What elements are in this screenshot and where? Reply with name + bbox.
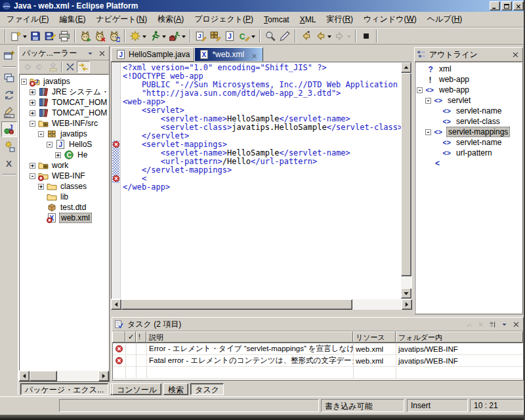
menu-item[interactable]: ナビゲート(N) [91,12,152,26]
column-header[interactable] [112,331,125,343]
tree-item[interactable]: <>url-pattern [415,148,522,158]
tree-item[interactable]: -WEB-INF [20,171,108,181]
tree-item[interactable]: +work [20,160,108,171]
close-view-button[interactable] [96,49,107,58]
search-button[interactable] [263,29,278,43]
dropdown-arrow-icon[interactable] [251,35,255,40]
back-button[interactable] [313,29,333,43]
maximize-button[interactable] [501,1,512,10]
new-class-wizard-button[interactable]: C [237,29,257,43]
error-marker-icon[interactable] [112,140,120,148]
collapse-all-button[interactable] [64,61,77,73]
scroll-thumb[interactable] [30,371,57,381]
tree-item[interactable]: -Jjavatips [20,76,108,87]
close-button[interactable] [513,1,524,10]
menu-item[interactable]: Tomcat [259,14,295,26]
nav-up-button[interactable] [47,61,60,73]
title-bar[interactable]: Java - web.xml - Eclipse Platform [0,0,525,12]
expander-minus-icon[interactable]: - [30,173,35,179]
tree-item[interactable]: +classes [20,181,108,192]
dropdown-arrow-icon[interactable] [162,35,166,40]
dropdown-arrow-icon[interactable] [347,35,351,40]
print-button[interactable] [57,29,72,43]
tree-item[interactable]: < [415,158,522,169]
column-header[interactable]: ✓ [125,331,136,343]
package-explorer-hscrollbar[interactable] [19,371,109,381]
expander-plus-icon[interactable]: + [30,110,35,116]
new-web-wizard-button[interactable] [208,29,222,43]
tree-item[interactable]: -javatips [20,129,108,139]
xml-perspective-button[interactable]: X [1,156,17,171]
menu-item[interactable]: 編集(E) [54,12,91,26]
code-line[interactable]: </servlet-mappings> [123,166,401,175]
delete-completed-button[interactable] [475,320,486,329]
minimize-button[interactable] [490,1,500,10]
tab-hellosample-java[interactable]: J HelloSample.java [111,47,194,62]
tree-item[interactable]: +TOMCAT_HOM [20,97,108,108]
forward-button[interactable] [333,29,352,43]
editor-hscrollbar[interactable] [111,299,412,310]
scroll-right-button[interactable] [402,299,412,310]
last-edit-button[interactable]: * [299,29,313,43]
close-view-button[interactable] [510,50,520,59]
tree-item[interactable]: -<>web-app [415,85,522,95]
dropdown-arrow-icon[interactable] [327,35,331,40]
scroll-track[interactable] [401,73,411,288]
scroll-thumb[interactable] [121,299,352,310]
expander-plus-icon[interactable]: + [30,163,35,169]
dropdown-arrow-icon[interactable] [182,35,186,40]
dropdown-arrow-icon[interactable] [142,35,146,40]
scroll-right-button[interactable] [98,371,109,381]
save-as-button[interactable] [43,29,57,43]
new-java-project-button[interactable]: J [194,29,208,43]
edit-perspective-button[interactable]: EDIT [1,104,17,120]
column-header[interactable]: フォルダー内 [396,331,523,343]
save-button[interactable] [28,29,43,43]
menu-item[interactable]: 実行(R) [321,12,358,26]
expander-minus-icon[interactable]: - [417,87,423,93]
tree-item[interactable]: Xweb.xml [20,213,108,223]
expander-minus-icon[interactable]: - [38,131,44,137]
tab-web-xml[interactable]: X *web.xml [194,47,263,62]
menu-item[interactable]: 検索(A) [152,12,189,26]
fast-view-button[interactable]: コンソール [112,383,161,395]
xml-source-editor[interactable]: <?xml version="1.0" encoding="Shift_JIS"… [121,62,401,299]
nav-back-button[interactable] [20,61,33,73]
task-row[interactable]: Fatal error - エレメントのコンテンツは、整形式の文字データまたはマ… [113,355,522,367]
stop-button[interactable] [359,29,373,43]
scroll-track[interactable] [121,299,402,310]
tree-item[interactable]: <>servlet-name [415,137,522,148]
new-wizard-button[interactable] [9,29,28,43]
new-java-file-button[interactable]: J [222,29,237,43]
expander-minus-icon[interactable]: - [425,98,431,104]
view-menu-button[interactable] [85,49,95,58]
tree-item[interactable]: !web-app [415,74,522,85]
scroll-track[interactable] [30,371,98,381]
debug-perspective-button[interactable] [1,138,17,154]
menu-item[interactable]: XML [295,14,322,26]
run-button[interactable] [148,29,167,43]
column-header[interactable]: リソース [353,331,396,343]
expander-minus-icon[interactable]: - [21,79,27,85]
fast-view-button[interactable]: タスク [190,383,224,395]
refresh-perspective-button[interactable] [1,87,17,103]
menu-item[interactable]: ウィンドウ(W) [358,12,422,26]
open-perspective-button[interactable] [1,48,17,64]
expander-minus-icon[interactable]: - [47,142,52,148]
tree-item[interactable]: <>servlet-class [415,116,522,127]
task-row[interactable]: Error - エレメント・タイプ “servlet-mappings” を宣言… [113,343,522,355]
view-menu-button[interactable] [499,320,509,329]
annotation-ruler[interactable] [112,62,121,299]
code-line[interactable]: </web-app> [123,183,401,192]
tomcat-stop-button[interactable] [93,29,107,43]
expander-plus-icon[interactable]: + [38,184,44,190]
tree-item[interactable]: <>servlet-name [415,106,522,116]
goto-task-button[interactable] [487,320,497,329]
menu-item[interactable]: ファイル(F) [1,12,54,26]
column-header[interactable]: 説明 [146,331,353,343]
nav-forward-button[interactable] [33,61,47,73]
expander-minus-icon[interactable]: - [425,129,431,135]
scroll-left-button[interactable] [111,299,121,310]
close-button[interactable] [511,320,521,329]
format-button[interactable] [278,29,292,43]
